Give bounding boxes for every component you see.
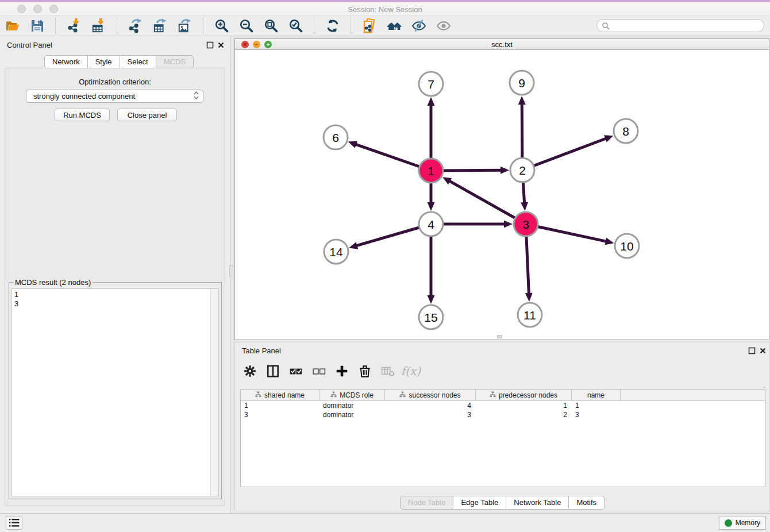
mcds-panel: Optimization criterion: strongly connect… [5, 68, 225, 506]
graph-edge-1-6[interactable] [348, 141, 431, 171]
control-panel-tabs: NetworkStyleSelectMCDS [44, 55, 194, 67]
float-table-panel-icon[interactable] [748, 347, 756, 354]
tab-node-table[interactable]: Node Table [400, 496, 454, 510]
svg-text:9: 9 [518, 76, 525, 90]
import-table-icon[interactable] [91, 18, 107, 34]
float-panel-icon[interactable] [206, 41, 214, 49]
graph-node-14[interactable]: 14 [324, 240, 348, 264]
graph-node-15[interactable]: 15 [419, 305, 443, 329]
hierarchy-icon [255, 391, 261, 399]
mcds-result-group: MCDS result (2 nodes) 13 [9, 282, 222, 499]
table-row[interactable]: 3dominator323 [241, 410, 765, 419]
add-column-icon[interactable] [334, 363, 350, 379]
graph-node-11[interactable]: 11 [518, 303, 542, 327]
graph-node-4[interactable]: 4 [419, 212, 443, 236]
hide-selected-icon[interactable] [411, 18, 427, 34]
column-header-successor-nodes[interactable]: successor nodes [385, 390, 476, 400]
graph-edge-3-1[interactable] [442, 177, 526, 224]
column-header-shared-name[interactable]: shared name [241, 390, 319, 400]
show-columns-icon[interactable] [265, 363, 281, 379]
cell-successor-nodes: 4 [385, 401, 476, 410]
table-toolbar: f(x) [242, 360, 419, 383]
import-network-icon[interactable] [66, 18, 82, 34]
column-label: shared name [264, 391, 305, 399]
tab-network[interactable]: Network [44, 55, 88, 68]
graph-node-2[interactable]: 2 [510, 158, 534, 182]
node-table: shared nameMCDS rolesuccessor nodesprede… [240, 389, 765, 487]
open-file-icon[interactable] [5, 18, 21, 34]
memory-label: Memory [736, 519, 760, 527]
deselect-all-icon[interactable] [311, 363, 327, 379]
graph-node-3[interactable]: 3 [514, 212, 538, 236]
tab-mcds[interactable]: MCDS [156, 55, 194, 68]
criterion-dropdown[interactable]: strongly connected component [26, 90, 203, 103]
close-table-panel-icon[interactable] [759, 347, 767, 354]
toolbar-separator [314, 18, 315, 34]
run-mcds-button[interactable]: Run MCDS [55, 109, 110, 121]
close-panel-button[interactable]: Close panel [117, 109, 177, 121]
search-input[interactable] [610, 20, 764, 32]
window-resize-handle[interactable] [497, 335, 502, 338]
export-network-icon[interactable] [128, 18, 144, 34]
delete-column-icon[interactable] [357, 363, 373, 379]
control-panel-title: Control Panel [7, 41, 52, 49]
search-field[interactable] [596, 19, 764, 32]
select-all-icon[interactable] [288, 363, 304, 379]
task-history-button[interactable] [6, 516, 22, 530]
panel-splitter-handle[interactable] [229, 265, 233, 276]
table-row[interactable]: 1dominator411 [241, 401, 765, 410]
network-window-titlebar[interactable]: × − + scc.txt [235, 39, 769, 50]
zoom-in-icon[interactable] [214, 18, 230, 34]
tab-network-table[interactable]: Network Table [506, 496, 569, 510]
column-header-name[interactable]: name [572, 390, 621, 400]
graph-node-1[interactable]: 1 [419, 159, 443, 183]
first-neighbors-icon[interactable] [386, 18, 402, 34]
table-options-gear-icon[interactable] [242, 363, 258, 379]
result-scrollbar[interactable] [210, 289, 218, 496]
tab-edge-table[interactable]: Edge Table [453, 496, 506, 510]
mcds-result-lines: 13 [14, 290, 209, 309]
network-window-title: scc.txt [235, 40, 769, 49]
close-panel-icon[interactable] [217, 41, 225, 49]
show-all-icon[interactable] [436, 18, 452, 34]
zoom-selected-icon[interactable] [288, 18, 304, 34]
tab-style[interactable]: Style [88, 55, 120, 68]
save-session-icon[interactable] [29, 18, 45, 34]
toolbar-separator [203, 18, 204, 34]
graph-edge-2-8[interactable] [522, 135, 613, 170]
zoom-fit-content-icon[interactable] [263, 18, 279, 34]
mcds-result-line: 3 [14, 299, 209, 309]
svg-text:8: 8 [622, 125, 629, 138]
cell-predecessor-nodes: 1 [476, 401, 572, 410]
tab-select[interactable]: Select [120, 55, 156, 68]
criterion-value: strongly connected component [26, 92, 194, 101]
graph-node-7[interactable]: 7 [419, 72, 443, 96]
memory-button[interactable]: Memory [719, 516, 766, 530]
graph-edge-3-10[interactable] [526, 224, 614, 245]
status-bar: Memory [0, 513, 770, 532]
mcds-result-textarea[interactable]: 13 [11, 288, 219, 496]
zoom-out-icon[interactable] [238, 18, 255, 34]
cell-name: 3 [572, 410, 621, 419]
cell-successor-nodes: 3 [385, 410, 476, 419]
duplicate-network-icon[interactable] [361, 18, 378, 34]
graph-node-9[interactable]: 9 [510, 71, 534, 95]
toolbar-separator [117, 18, 118, 34]
tab-motifs[interactable]: Motifs [569, 496, 605, 510]
graph-node-6[interactable]: 6 [324, 125, 348, 149]
refresh-view-icon[interactable] [325, 18, 341, 34]
svg-text:14: 14 [329, 245, 343, 259]
svg-text:3: 3 [522, 218, 529, 231]
svg-text:2: 2 [519, 164, 526, 177]
graph-node-8[interactable]: 8 [614, 119, 638, 143]
export-image-icon[interactable] [177, 18, 193, 34]
graph-node-10[interactable]: 10 [615, 234, 639, 258]
list-icon [9, 518, 20, 527]
export-table-icon[interactable] [152, 18, 168, 34]
column-header-MCDS-role[interactable]: MCDS role [319, 390, 385, 400]
hierarchy-icon [330, 391, 337, 399]
table-tabs: Node TableEdge TableNetwork TableMotifs [235, 496, 769, 510]
column-header-predecessor-nodes[interactable]: predecessor nodes [476, 390, 572, 400]
column-label: successor nodes [409, 391, 460, 399]
network-canvas[interactable]: 7968124314101511 [235, 50, 769, 340]
